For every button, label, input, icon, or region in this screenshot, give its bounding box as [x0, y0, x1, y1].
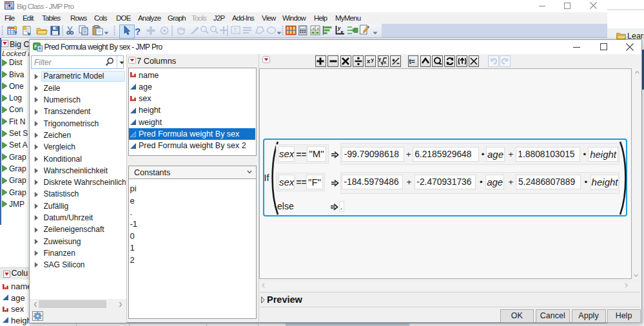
svg-text:y: y [378, 56, 382, 62]
svg-text:y: y [371, 56, 374, 62]
svg-text:x: x [340, 29, 344, 35]
svg-text:x: x [384, 59, 387, 65]
svg-text:t=: t= [409, 57, 415, 64]
svg-text:x: x [367, 57, 371, 64]
svg-text:T: T [233, 27, 237, 34]
